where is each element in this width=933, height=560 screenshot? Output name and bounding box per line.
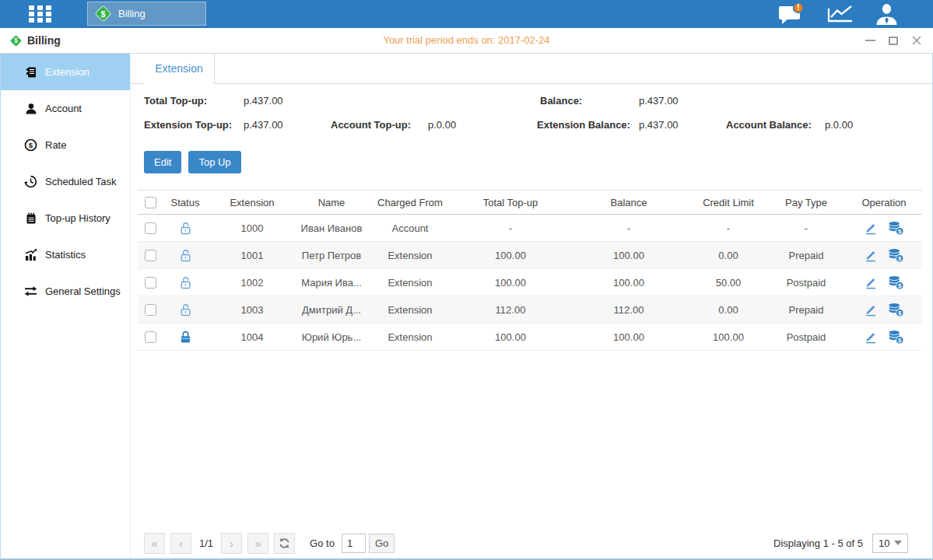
- cell-credit-limit: 0.00: [690, 250, 766, 261]
- unlocked-icon[interactable]: [178, 303, 193, 317]
- column-header-pay-type[interactable]: Pay Type: [766, 197, 846, 208]
- svg-text:$: $: [898, 337, 902, 344]
- page-indicator: 1/1: [199, 537, 213, 549]
- page-size-select[interactable]: 10: [872, 534, 908, 553]
- app-grid-icon[interactable]: [29, 5, 51, 23]
- topup-icon[interactable]: $: [888, 275, 904, 290]
- edit-icon[interactable]: [864, 248, 878, 262]
- column-header-operation[interactable]: Operation: [846, 197, 922, 208]
- locked-icon[interactable]: [178, 330, 193, 345]
- cell-credit-limit: 100.00: [690, 331, 766, 343]
- sidebar-item-rate[interactable]: $Rate: [1, 127, 130, 163]
- sidebar-item-top-up-history[interactable]: Top-up History: [1, 200, 130, 236]
- rate-icon: $: [24, 138, 37, 152]
- window-titlebar: $ Billing Your trial period ends on: 201…: [0, 28, 933, 54]
- sidebar-item-statistics[interactable]: Statistics: [1, 236, 130, 273]
- edit-button[interactable]: Edit: [144, 151, 181, 173]
- extension-topup-value: p.437.00: [244, 119, 283, 131]
- svg-text:$: $: [898, 282, 902, 289]
- extension-icon: [24, 66, 37, 79]
- row-checkbox[interactable]: [145, 277, 156, 289]
- cell-pay-type: -: [766, 222, 846, 234]
- row-checkbox[interactable]: [145, 331, 156, 343]
- refresh-button[interactable]: [274, 533, 295, 554]
- svg-text:$: $: [100, 9, 105, 19]
- column-header-charged-from[interactable]: Charged From: [367, 197, 454, 208]
- table-row: 1003Дмитрий Д...Extension112.00112.000.0…: [138, 296, 922, 324]
- cell-total-topup: 100.00: [454, 331, 567, 343]
- edit-icon[interactable]: [864, 303, 878, 317]
- taskbar-item-label: Billing: [118, 8, 146, 19]
- sidebar-item-label: Top-up History: [45, 212, 110, 224]
- billing-app-icon: $: [94, 5, 112, 23]
- column-header-status[interactable]: Status: [163, 197, 208, 208]
- sidebar: ExtensionAccount$RateScheduled TaskTop-u…: [1, 54, 131, 558]
- cell-pay-type: Prepaid: [766, 250, 846, 261]
- cell-total-topup: 112.00: [454, 304, 567, 316]
- edit-icon[interactable]: [864, 275, 878, 289]
- column-header-credit-limit[interactable]: Credit Limit: [690, 197, 766, 208]
- unlocked-icon[interactable]: [178, 248, 193, 263]
- row-checkbox[interactable]: [145, 222, 156, 234]
- page-size-value: 10: [879, 537, 889, 549]
- general-settings-icon: [24, 285, 37, 298]
- cell-name: Мария Ива...: [296, 277, 367, 289]
- cell-balance: 100.00: [567, 277, 690, 289]
- column-header-balance[interactable]: Balance: [567, 197, 690, 208]
- account-topup-label: Account Top-up:: [331, 119, 411, 131]
- goto-page-input[interactable]: [342, 534, 366, 553]
- next-page-button[interactable]: ›: [221, 533, 242, 554]
- topup-icon[interactable]: $: [888, 221, 904, 236]
- cell-name: Петр Петров: [296, 250, 367, 261]
- first-page-button[interactable]: «: [144, 533, 165, 554]
- desktop-topbar: $ Billing !: [0, 0, 933, 28]
- unlocked-icon[interactable]: [178, 275, 193, 290]
- statistics-icon: [24, 248, 37, 261]
- sidebar-item-general-settings[interactable]: General Settings: [1, 273, 130, 310]
- sidebar-item-label: Scheduled Task: [45, 176, 117, 187]
- tab-extension[interactable]: Extension: [144, 54, 215, 84]
- maximize-icon[interactable]: [889, 37, 898, 45]
- top-up-button[interactable]: Top Up: [188, 151, 240, 173]
- cell-balance: 100.00: [567, 250, 690, 261]
- cell-extension: 1001: [208, 250, 296, 261]
- row-checkbox[interactable]: [145, 250, 156, 261]
- main-content: Extension Total Top-up: p.437.00 Balance…: [131, 54, 932, 558]
- topup-icon[interactable]: $: [888, 330, 904, 345]
- messages-icon[interactable]: !: [777, 2, 806, 26]
- edit-icon[interactable]: [864, 330, 878, 344]
- edit-icon[interactable]: [864, 221, 878, 235]
- cell-extension: 1003: [208, 304, 296, 316]
- cell-extension: 1000: [208, 222, 296, 234]
- row-checkbox[interactable]: [145, 304, 156, 316]
- cell-charged-from: Extension: [367, 331, 454, 343]
- sidebar-item-extension[interactable]: Extension: [1, 54, 130, 90]
- resource-monitor-icon[interactable]: [827, 4, 854, 24]
- cell-balance: 112.00: [567, 304, 690, 316]
- last-page-button[interactable]: »: [247, 533, 268, 554]
- unlocked-icon[interactable]: [178, 221, 193, 236]
- prev-page-button[interactable]: ‹: [170, 533, 191, 554]
- extension-topup-label: Extension Top-up:: [144, 119, 232, 131]
- cell-name: Иван Иванов: [296, 222, 367, 234]
- sidebar-item-scheduled-task[interactable]: Scheduled Task: [1, 163, 130, 200]
- column-header-total-top-up[interactable]: Total Top-up: [454, 197, 567, 208]
- table-row: 1002Мария Ива...Extension100.00100.0050.…: [138, 269, 922, 296]
- account-balance-value: p.0.00: [825, 119, 853, 131]
- svg-text:!: !: [797, 3, 799, 12]
- go-button[interactable]: Go: [369, 534, 395, 553]
- close-icon[interactable]: [911, 35, 922, 46]
- user-account-icon[interactable]: [875, 3, 899, 26]
- taskbar-item-billing[interactable]: $ Billing: [87, 2, 206, 26]
- topup-icon[interactable]: $: [888, 248, 904, 263]
- svg-text:$: $: [29, 141, 33, 149]
- sidebar-item-account[interactable]: Account: [1, 90, 130, 127]
- topup-icon[interactable]: $: [888, 303, 904, 317]
- cell-total-topup: 100.00: [454, 250, 567, 261]
- select-all-checkbox[interactable]: [145, 197, 156, 208]
- minimize-icon[interactable]: [865, 40, 875, 41]
- goto-label: Go to: [310, 537, 335, 549]
- column-header-name[interactable]: Name: [296, 197, 367, 208]
- cell-total-topup: -: [454, 222, 567, 234]
- column-header-extension[interactable]: Extension: [208, 197, 296, 208]
